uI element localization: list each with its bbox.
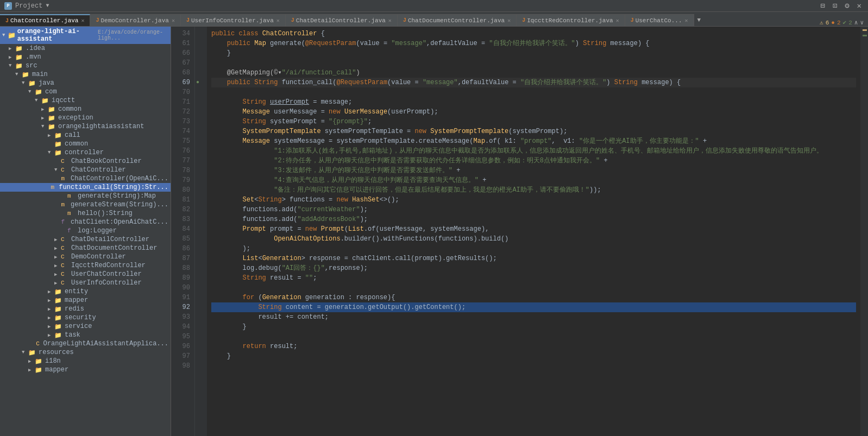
tree-item-chatdetailctrl[interactable]: ▶ C ChatDetailController: [0, 235, 171, 244]
project-dropdown-icon[interactable]: ▼: [46, 3, 49, 9]
tab-chatdocument-controller[interactable]: J ChatDocumentController.java ✕: [398, 14, 517, 26]
tree-item-idea[interactable]: ▶ 📁 .idea: [0, 44, 171, 53]
tab-userchat-co[interactable]: J UserChatCo... ✕: [625, 14, 694, 26]
window-restore[interactable]: ⊡: [831, 1, 839, 10]
tab-close-btn6[interactable]: ✕: [616, 17, 619, 24]
tree-item-userchatctrl[interactable]: ▶ C UserChatController: [0, 270, 171, 279]
tree-item-chatbook[interactable]: C ChatBookController: [0, 157, 171, 166]
line-numbers: 34 61 66 67 68 69 70 71 72 73 74 75 76 7…: [171, 27, 195, 436]
project-title[interactable]: Project: [15, 2, 42, 10]
call-folder-icon: 📁: [54, 132, 63, 139]
code-line-34: public class ChatController {: [211, 29, 856, 39]
tree-item-java[interactable]: ▼ 📁 java: [0, 79, 171, 87]
tree-item-exception[interactable]: ▶ 📁 exception: [0, 113, 171, 122]
tree-item-field-log[interactable]: f log:Logger: [0, 226, 171, 235]
tree-item-service[interactable]: ▶ 📁 service: [0, 322, 171, 331]
tree-item-security[interactable]: ▶ 📁 security: [0, 313, 171, 322]
main-label: main: [32, 71, 48, 78]
security-arrow: ▶: [48, 315, 54, 321]
tab-close-btn2[interactable]: ✕: [172, 17, 175, 24]
tree-item-iqcctt[interactable]: ▼ 📁 iqcctt: [0, 96, 171, 105]
code-area: 34 61 66 67 68 69 70 71 72 73 74 75 76 7…: [171, 27, 868, 436]
tree-item-common2[interactable]: 📁 common: [0, 140, 171, 148]
code-line-76: "1:添加联系人(姓名,手机号,邮箱地址)，从用户的聊天信息中截取是否为添加联系…: [211, 146, 856, 156]
tab-chatdetail-controller[interactable]: J ChatDetailController.java ✕: [286, 14, 398, 26]
tree-item-method-generatestream[interactable]: m generateStream(String)...: [0, 200, 171, 209]
field-cc-label: chatClient:OpenAiChatC...: [71, 218, 168, 226]
tree-item-democtrl[interactable]: ▶ C DemoController: [0, 252, 171, 261]
common2-label: common: [65, 140, 88, 148]
tree-item-call[interactable]: ▶ 📁 call: [0, 131, 171, 140]
window-close[interactable]: ✕: [855, 1, 864, 10]
tab-demo-controller[interactable]: J DemoController.java ✕: [90, 14, 180, 26]
tree-item-orangelightai[interactable]: ▼ 📁 orangelightaiassistant: [0, 122, 171, 131]
mvn-folder-icon: 📁: [15, 54, 24, 61]
mapper2-arrow: ▶: [28, 367, 35, 373]
redis-arrow: ▶: [48, 306, 54, 312]
tree-item-chatcontroller[interactable]: ▼ C ChatController: [0, 166, 171, 174]
tree-item-method-constructor[interactable]: m ChatController(OpenAiC...: [0, 174, 171, 183]
tree-item-common[interactable]: ▶ 📁 common: [0, 105, 171, 113]
mapper-folder-icon: 📁: [54, 297, 63, 304]
i18n-label: i18n: [45, 357, 61, 365]
tree-item-task[interactable]: ▶ 📁 task: [0, 331, 171, 339]
field-cc-icon: f: [61, 219, 69, 225]
ok-count: 2: [848, 20, 852, 26]
tree-item-mvn[interactable]: ▶ 📁 .mvn: [0, 53, 171, 61]
chatbook-icon: C: [61, 158, 70, 165]
tree-item-mapper2[interactable]: ▶ 📁 mapper: [0, 365, 171, 374]
window-minimize[interactable]: ⊟: [818, 1, 827, 10]
tree-item-entity[interactable]: ▶ 📁 entity: [0, 287, 171, 296]
common-arrow: ▶: [41, 106, 48, 112]
iqcctt-folder-icon: 📁: [41, 97, 50, 104]
chatctrl-label: ChatController: [71, 166, 126, 174]
java-label: java: [39, 79, 54, 87]
window-settings[interactable]: ⚙: [842, 1, 851, 10]
tree-item-iqccttredctrl[interactable]: ▶ C IqccttRedController: [0, 261, 171, 270]
tree-root[interactable]: ▼ 📁 orange-light-ai-assistant E:/java/co…: [0, 27, 171, 44]
tree-item-i18n[interactable]: ▶ 📁 i18n: [0, 357, 171, 365]
tab-close-btn5[interactable]: ✕: [507, 17, 511, 24]
warning-count: 6: [826, 20, 829, 26]
tree-item-chatdocctrl[interactable]: ▶ C ChatDocumentController: [0, 244, 171, 252]
entity-label: entity: [65, 288, 88, 295]
code-content[interactable]: public class ChatController { public Map…: [207, 27, 860, 436]
tree-item-field-chatclient[interactable]: f chatClient:OpenAiChatC...: [0, 218, 171, 226]
tree-item-method-generate[interactable]: m generate(String):Map: [0, 192, 171, 200]
code-line-87: List<Generation> response = chatClient.c…: [211, 254, 856, 263]
tab-close-btn4[interactable]: ✕: [388, 17, 392, 24]
chatdetailctrl-label: ChatDetailController: [71, 236, 149, 243]
tree-item-userinfoctrl[interactable]: ▶ C UserInfoController: [0, 279, 171, 287]
exception-label: exception: [58, 114, 93, 122]
entity-folder-icon: 📁: [54, 288, 63, 295]
nav-down[interactable]: ∨: [860, 19, 864, 26]
tab-close-btn7[interactable]: ✕: [685, 17, 688, 24]
tree-item-mapper[interactable]: ▶ 📁 mapper: [0, 296, 171, 305]
tab-close-btn[interactable]: ✕: [81, 17, 84, 24]
tree-item-controller[interactable]: ▼ 📁 controller: [0, 148, 171, 157]
code-editor[interactable]: 34 61 66 67 68 69 70 71 72 73 74 75 76 7…: [171, 27, 868, 436]
tree-item-main[interactable]: ▼ 📁 main: [0, 70, 171, 79]
tree-item-redis[interactable]: ▶ 📁 redis: [0, 305, 171, 313]
nav-up[interactable]: ∧: [854, 19, 858, 26]
warning-icon: ⚠: [820, 19, 823, 26]
tree-item-resources[interactable]: ▼ 📁 resources: [0, 348, 171, 357]
task-label: task: [65, 331, 80, 339]
tab-iqcctt-red-controller[interactable]: J IqccttRedController.java ✕: [517, 14, 625, 26]
method-gen-label: generate(String):Map: [78, 192, 156, 200]
tab-more-dropdown[interactable]: ▼: [694, 14, 705, 26]
tree-item-method-function-call[interactable]: m function_call(String):Str...: [0, 183, 171, 192]
tab-chat-controller[interactable]: J ChatController.java ✕: [0, 14, 90, 26]
democtrl-arrow: ▶: [54, 254, 61, 260]
tree-item-com[interactable]: ▼ 📁 com: [0, 87, 171, 96]
tab-close-btn3[interactable]: ✕: [276, 17, 280, 24]
common2-folder-icon: 📁: [54, 141, 63, 148]
code-line-82: functions.add("currentWeather");: [211, 205, 856, 214]
code-line-72: Message userMessage = new UserMessage(us…: [211, 107, 856, 117]
tree-item-method-hello[interactable]: m hello():String: [0, 209, 171, 218]
resources-arrow: ▼: [22, 350, 28, 355]
orangelightai-folder-icon: 📁: [48, 123, 56, 130]
tree-item-src[interactable]: ▼ 📁 src: [0, 61, 171, 70]
tree-item-appclass[interactable]: C OrangeLightAiAssistantApplica...: [0, 339, 171, 348]
tab-userinfo-controller[interactable]: J UserInfoController.java ✕: [181, 14, 286, 26]
